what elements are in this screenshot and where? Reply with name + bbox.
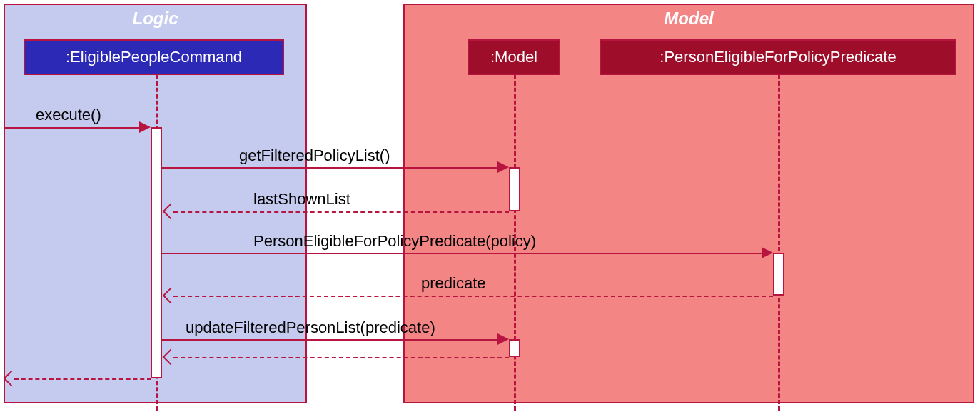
arrow-updatefiltered — [162, 339, 497, 341]
arrowhead-personeligible — [762, 247, 773, 258]
arrow-updatefiltered-return — [173, 357, 509, 358]
frame-logic-label: Logic — [133, 9, 178, 29]
arrowhead-getfiltered — [497, 161, 509, 173]
participant-model-label: :Model — [490, 48, 537, 66]
arrow-predicate-ret — [173, 296, 773, 297]
arrowhead-execute — [139, 121, 151, 133]
arrow-lastshown — [173, 211, 509, 213]
arrow-execute-return — [14, 378, 151, 380]
participant-predicate: :PersonEligibleForPolicyPredicate — [600, 39, 956, 75]
activation-model-update — [509, 339, 520, 357]
msg-updatefiltered: updateFilteredPersonList(predicate) — [186, 318, 435, 337]
participant-eligible-label: :EligiblePeopleCommand — [66, 48, 242, 66]
msg-predicate-ret: predicate — [421, 274, 486, 293]
frame-model-label: Model — [664, 9, 713, 29]
lifeline-predicate — [778, 75, 780, 411]
arrowhead-updatefiltered — [497, 333, 509, 345]
arrow-getfiltered — [162, 167, 497, 169]
arrow-personeligible — [162, 253, 762, 254]
activation-eligible — [151, 127, 162, 378]
msg-personeligible: PersonEligibleForPolicyPredicate(policy) — [253, 232, 536, 251]
activation-predicate — [773, 253, 784, 296]
msg-lastshown: lastShownList — [253, 190, 350, 208]
msg-getfiltered: getFilteredPolicyList() — [239, 146, 390, 165]
participant-predicate-label: :PersonEligibleForPolicyPredicate — [660, 48, 896, 66]
participant-eligible-people-command: :EligiblePeopleCommand — [24, 39, 284, 75]
participant-model: :Model — [468, 39, 560, 75]
msg-execute: execute() — [36, 106, 101, 124]
arrow-execute — [4, 127, 139, 129]
activation-model-getfiltered — [509, 167, 520, 211]
